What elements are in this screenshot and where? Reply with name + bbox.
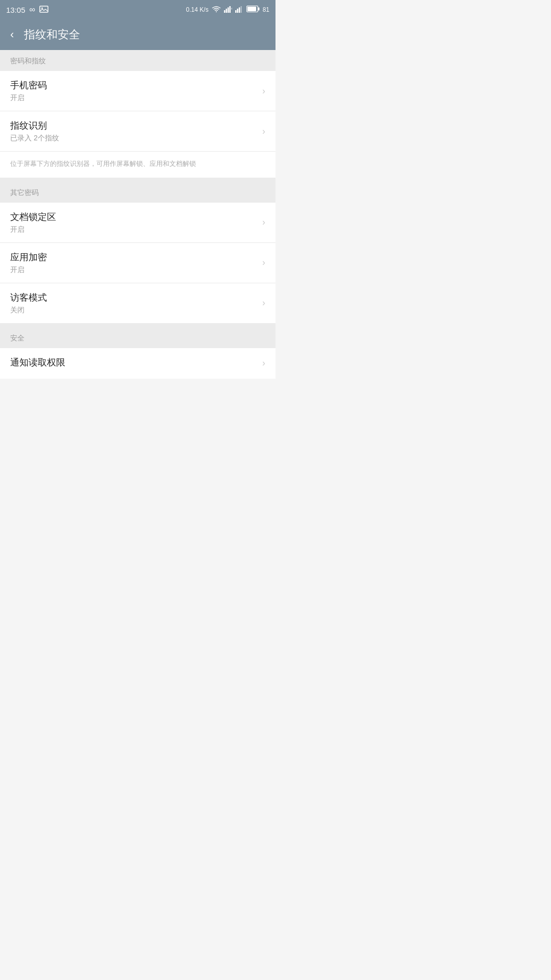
svg-rect-4 — [228, 7, 229, 13]
menu-item-document-lock[interactable]: 文档锁定区 开启 › — [0, 203, 276, 243]
chevron-icon-phone-password: › — [262, 86, 265, 96]
status-right: 0.14 K/s 4G — [186, 6, 269, 14]
section-header-other-passwords: 其它密码 — [0, 182, 276, 203]
svg-rect-12 — [258, 8, 260, 11]
menu-item-document-lock-title: 文档锁定区 — [10, 211, 256, 223]
image-icon — [39, 6, 48, 14]
svg-rect-7 — [235, 10, 237, 13]
menu-item-guest-mode[interactable]: 访客模式 关闭 › — [0, 283, 276, 323]
status-left: 13:05 ∞ — [6, 5, 48, 14]
section-header-password-fingerprint: 密码和指纹 — [0, 50, 276, 71]
svg-rect-2 — [224, 10, 226, 13]
menu-item-fingerprint[interactable]: 指纹识别 已录入 2个指纹 › — [0, 111, 276, 152]
section-other-passwords: 文档锁定区 开启 › 应用加密 开启 › 访客模式 关闭 › — [0, 203, 276, 323]
chevron-icon-app-encrypt: › — [262, 257, 265, 268]
chevron-icon-guest-mode: › — [262, 298, 265, 308]
chevron-icon-fingerprint: › — [262, 126, 265, 137]
section-title-security: 安全 — [10, 334, 24, 342]
menu-item-document-lock-subtitle: 开启 — [10, 225, 256, 234]
svg-text:4G: 4G — [231, 7, 232, 10]
menu-item-notification-permission[interactable]: 通知读取权限 › — [0, 348, 276, 379]
menu-item-app-encrypt-content: 应用加密 开启 — [10, 251, 256, 275]
menu-item-notification-permission-title: 通知读取权限 — [10, 356, 256, 369]
menu-item-guest-mode-content: 访客模式 关闭 — [10, 291, 256, 315]
menu-item-phone-password-title: 手机密码 — [10, 79, 256, 91]
battery-icon — [246, 6, 260, 14]
page-title: 指纹和安全 — [24, 27, 80, 42]
svg-rect-8 — [237, 9, 238, 13]
menu-item-app-encrypt-title: 应用加密 — [10, 251, 256, 263]
section-header-security: 安全 — [0, 327, 276, 348]
menu-item-app-encrypt[interactable]: 应用加密 开启 › — [0, 243, 276, 283]
back-button[interactable]: ‹ — [8, 24, 16, 45]
svg-rect-5 — [229, 6, 231, 13]
battery-level: 81 — [263, 6, 269, 13]
status-bar: 13:05 ∞ 0.14 K/s — [0, 0, 276, 19]
fingerprint-description-block: 位于屏幕下方的指纹识别器，可用作屏幕解锁、应用和文档解锁 — [0, 152, 276, 182]
menu-item-fingerprint-title: 指纹识别 — [10, 119, 256, 132]
section-security: 通知读取权限 › — [0, 348, 276, 379]
menu-item-guest-mode-title: 访客模式 — [10, 291, 256, 304]
menu-item-fingerprint-content: 指纹识别 已录入 2个指纹 — [10, 119, 256, 143]
speed-display: 0.14 K/s — [186, 6, 209, 13]
chevron-icon-notification-permission: › — [262, 358, 265, 369]
svg-rect-13 — [247, 7, 256, 11]
signal1-icon: 4G — [224, 6, 232, 14]
svg-rect-10 — [240, 6, 242, 13]
settings-content: 密码和指纹 手机密码 开启 › 指纹识别 已录入 2个指纹 › 位于屏幕下方的指… — [0, 50, 276, 379]
svg-rect-0 — [40, 6, 48, 12]
menu-item-app-encrypt-subtitle: 开启 — [10, 265, 256, 275]
menu-item-notification-permission-content: 通知读取权限 — [10, 356, 256, 371]
menu-item-guest-mode-subtitle: 关闭 — [10, 306, 256, 315]
time-display: 13:05 — [6, 6, 26, 14]
section-title-password-fingerprint: 密码和指纹 — [10, 57, 46, 65]
menu-item-fingerprint-subtitle: 已录入 2个指纹 — [10, 134, 256, 143]
section-password-fingerprint: 手机密码 开启 › 指纹识别 已录入 2个指纹 › 位于屏幕下方的指纹识别器，可… — [0, 71, 276, 182]
menu-item-phone-password-content: 手机密码 开启 — [10, 79, 256, 103]
page-header: ‹ 指纹和安全 — [0, 19, 276, 50]
menu-item-phone-password-subtitle: 开启 — [10, 93, 256, 103]
svg-rect-3 — [226, 9, 227, 13]
infinity-icon: ∞ — [30, 5, 35, 14]
wifi-icon — [212, 6, 221, 14]
menu-item-document-lock-content: 文档锁定区 开启 — [10, 211, 256, 234]
chevron-icon-document-lock: › — [262, 217, 265, 228]
fingerprint-description: 位于屏幕下方的指纹识别器，可用作屏幕解锁、应用和文档解锁 — [10, 160, 196, 167]
svg-rect-9 — [239, 7, 240, 13]
section-divider-security — [0, 323, 276, 327]
section-title-other-passwords: 其它密码 — [10, 188, 39, 197]
svg-point-1 — [41, 7, 43, 9]
signal2-icon — [235, 6, 243, 14]
menu-item-phone-password[interactable]: 手机密码 开启 › — [0, 71, 276, 111]
